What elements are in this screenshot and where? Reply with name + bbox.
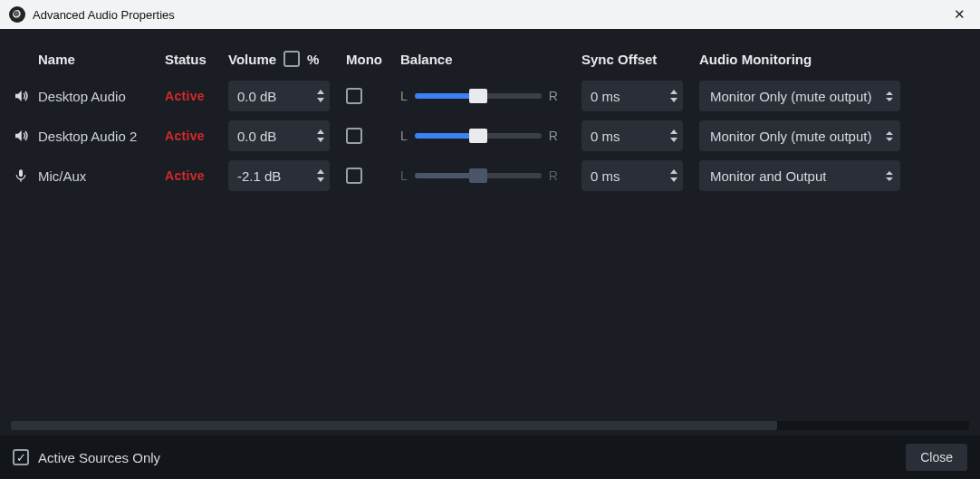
balance-right-label: R xyxy=(549,168,558,183)
audio-monitoring-select[interactable]: Monitor and Output xyxy=(699,160,900,191)
source-name: Mic/Aux xyxy=(38,168,165,184)
col-status: Status xyxy=(165,52,228,67)
col-name: Name xyxy=(38,52,165,67)
footer: Active Sources Only Close xyxy=(0,436,980,479)
audio-source-row: Desktop Audio 2 Active 0.0 dB L R 0 ms xyxy=(11,116,969,156)
volume-stepper[interactable] xyxy=(317,169,324,182)
close-button[interactable]: Close xyxy=(906,444,967,471)
balance-thumb[interactable] xyxy=(469,129,487,143)
window-close-icon[interactable]: ✕ xyxy=(948,3,971,26)
speaker-icon xyxy=(11,88,31,104)
microphone-icon xyxy=(11,168,31,184)
audio-source-row: Desktop Audio Active 0.0 dB L R 0 ms xyxy=(11,76,969,116)
horizontal-scrollbar[interactable] xyxy=(11,421,969,430)
volume-stepper[interactable] xyxy=(317,90,324,102)
balance-right-label: R xyxy=(549,89,558,103)
source-name: Desktop Audio 2 xyxy=(38,129,165,144)
balance-right-label: R xyxy=(549,129,558,143)
main-panel: Name Status Volume % Mono Balance Sync O… xyxy=(0,29,980,436)
select-arrow-icon xyxy=(886,171,893,181)
svg-rect-0 xyxy=(19,169,23,177)
table-header: Name Status Volume % Mono Balance Sync O… xyxy=(11,42,969,76)
mono-checkbox[interactable] xyxy=(346,128,362,144)
mono-checkbox[interactable] xyxy=(346,88,362,104)
col-balance: Balance xyxy=(400,52,581,67)
audio-monitoring-select[interactable]: Monitor Only (mute output) xyxy=(699,120,900,151)
sync-stepper[interactable] xyxy=(670,90,677,102)
balance-left-label: L xyxy=(400,89,408,103)
sync-stepper[interactable] xyxy=(670,169,677,182)
volume-field[interactable]: 0.0 dB xyxy=(228,81,330,111)
volume-field[interactable]: 0.0 dB xyxy=(228,120,330,151)
col-volume: Volume % xyxy=(228,51,346,67)
volume-field[interactable]: -2.1 dB xyxy=(228,160,330,191)
balance-slider[interactable] xyxy=(415,133,542,139)
volume-stepper[interactable] xyxy=(317,129,324,142)
sync-offset-field[interactable]: 0 ms xyxy=(581,120,683,151)
col-mono: Mono xyxy=(346,52,400,67)
mono-checkbox[interactable] xyxy=(346,168,362,184)
col-monitoring: Audio Monitoring xyxy=(699,52,908,67)
titlebar: Advanced Audio Properties ✕ xyxy=(0,0,980,29)
source-name: Desktop Audio xyxy=(38,89,165,104)
speaker-icon xyxy=(11,128,31,144)
balance-left-label: L xyxy=(400,168,408,183)
source-status: Active xyxy=(165,168,228,183)
sync-offset-field[interactable]: 0 ms xyxy=(581,160,683,191)
balance-left-label: L xyxy=(400,129,408,143)
select-arrow-icon xyxy=(886,131,893,141)
audio-monitoring-select[interactable]: Monitor Only (mute output) xyxy=(699,81,900,111)
balance-slider[interactable] xyxy=(415,93,542,99)
sync-offset-field[interactable]: 0 ms xyxy=(581,81,683,111)
select-arrow-icon xyxy=(886,91,893,101)
col-sync: Sync Offset xyxy=(581,52,699,67)
volume-percent-checkbox[interactable] xyxy=(283,51,300,67)
balance-thumb[interactable] xyxy=(469,168,487,183)
audio-source-row: Mic/Aux Active -2.1 dB L R 0 ms xyxy=(11,156,969,196)
active-sources-only-label: Active Sources Only xyxy=(38,450,160,465)
source-status: Active xyxy=(165,89,228,103)
balance-slider[interactable] xyxy=(415,173,542,178)
scrollbar-thumb[interactable] xyxy=(11,421,777,430)
active-sources-only-checkbox[interactable] xyxy=(13,449,29,465)
source-status: Active xyxy=(165,129,228,143)
window-title: Advanced Audio Properties xyxy=(33,8,175,22)
app-icon xyxy=(9,6,25,23)
sync-stepper[interactable] xyxy=(670,129,677,142)
balance-thumb[interactable] xyxy=(469,89,487,103)
